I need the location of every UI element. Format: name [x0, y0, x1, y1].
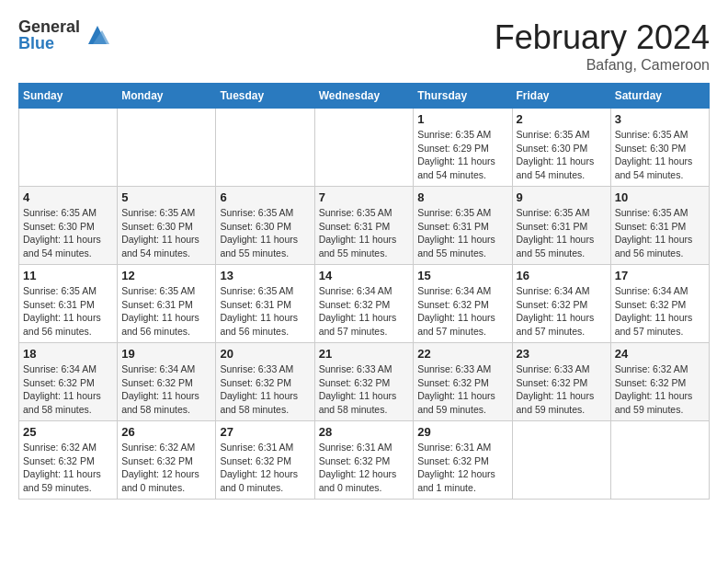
calendar-cell: 23Sunrise: 6:33 AM Sunset: 6:32 PM Dayli… [512, 343, 610, 421]
calendar-cell: 26Sunrise: 6:32 AM Sunset: 6:32 PM Dayli… [118, 421, 216, 500]
day-number: 1 [417, 112, 507, 126]
logo-icon [84, 21, 111, 49]
day-info: Sunrise: 6:35 AM Sunset: 6:31 PM Dayligh… [615, 206, 705, 260]
day-info: Sunrise: 6:32 AM Sunset: 6:32 PM Dayligh… [121, 441, 211, 495]
day-info: Sunrise: 6:31 AM Sunset: 6:32 PM Dayligh… [417, 441, 507, 495]
col-header-sunday: Sunday [19, 84, 118, 109]
logo-general-text: General [18, 18, 80, 35]
calendar-cell: 25Sunrise: 6:32 AM Sunset: 6:32 PM Dayli… [19, 421, 118, 500]
day-info: Sunrise: 6:35 AM Sunset: 6:29 PM Dayligh… [417, 128, 507, 182]
calendar-cell: 17Sunrise: 6:34 AM Sunset: 6:32 PM Dayli… [610, 265, 709, 343]
day-number: 3 [615, 112, 705, 126]
day-number: 6 [220, 190, 310, 204]
page-header: General Blue February 2024 Bafang, Camer… [18, 18, 710, 74]
col-header-friday: Friday [512, 84, 610, 109]
day-info: Sunrise: 6:34 AM Sunset: 6:32 PM Dayligh… [517, 284, 607, 339]
day-number: 24 [615, 347, 705, 361]
day-number: 14 [319, 269, 410, 282]
day-number: 8 [417, 190, 507, 204]
day-number: 18 [23, 347, 113, 361]
day-number: 17 [615, 269, 705, 282]
day-number: 9 [517, 190, 607, 204]
day-number: 22 [417, 347, 507, 361]
calendar-cell: 8Sunrise: 6:35 AM Sunset: 6:31 PM Daylig… [414, 187, 512, 265]
day-info: Sunrise: 6:32 AM Sunset: 6:32 PM Dayligh… [23, 441, 113, 495]
day-number: 4 [23, 190, 113, 204]
col-header-tuesday: Tuesday [216, 84, 314, 109]
calendar-cell: 28Sunrise: 6:31 AM Sunset: 6:32 PM Dayli… [314, 421, 414, 500]
calendar-week-row: 1Sunrise: 6:35 AM Sunset: 6:29 PM Daylig… [19, 109, 710, 187]
day-info: Sunrise: 6:35 AM Sunset: 6:31 PM Dayligh… [220, 284, 310, 339]
day-info: Sunrise: 6:31 AM Sunset: 6:32 PM Dayligh… [220, 441, 310, 495]
calendar-cell: 5Sunrise: 6:35 AM Sunset: 6:30 PM Daylig… [118, 187, 216, 265]
calendar-week-row: 18Sunrise: 6:34 AM Sunset: 6:32 PM Dayli… [19, 343, 710, 421]
day-info: Sunrise: 6:34 AM Sunset: 6:32 PM Dayligh… [417, 284, 507, 339]
logo: General Blue [18, 18, 111, 52]
day-info: Sunrise: 6:33 AM Sunset: 6:32 PM Dayligh… [319, 362, 410, 417]
day-number: 7 [319, 190, 410, 204]
calendar-cell: 12Sunrise: 6:35 AM Sunset: 6:31 PM Dayli… [118, 265, 216, 343]
calendar-cell: 21Sunrise: 6:33 AM Sunset: 6:32 PM Dayli… [314, 343, 414, 421]
calendar-cell: 11Sunrise: 6:35 AM Sunset: 6:31 PM Dayli… [19, 265, 118, 343]
calendar-table: SundayMondayTuesdayWednesdayThursdayFrid… [18, 83, 710, 500]
calendar-cell: 19Sunrise: 6:34 AM Sunset: 6:32 PM Dayli… [118, 343, 216, 421]
day-number: 25 [23, 425, 113, 439]
logo-blue-text: Blue [18, 35, 80, 52]
location-subtitle: Bafang, Cameroon [495, 57, 710, 74]
day-info: Sunrise: 6:34 AM Sunset: 6:32 PM Dayligh… [23, 362, 113, 417]
calendar-cell: 3Sunrise: 6:35 AM Sunset: 6:30 PM Daylig… [610, 109, 709, 187]
day-info: Sunrise: 6:35 AM Sunset: 6:31 PM Dayligh… [23, 284, 113, 339]
day-number: 29 [417, 425, 507, 439]
calendar-header-row: SundayMondayTuesdayWednesdayThursdayFrid… [19, 84, 710, 109]
calendar-cell: 10Sunrise: 6:35 AM Sunset: 6:31 PM Dayli… [610, 187, 709, 265]
calendar-cell [314, 109, 414, 187]
calendar-cell: 6Sunrise: 6:35 AM Sunset: 6:30 PM Daylig… [216, 187, 314, 265]
calendar-cell: 7Sunrise: 6:35 AM Sunset: 6:31 PM Daylig… [314, 187, 414, 265]
day-number: 20 [220, 347, 310, 361]
day-info: Sunrise: 6:33 AM Sunset: 6:32 PM Dayligh… [220, 362, 310, 417]
day-number: 26 [121, 425, 211, 439]
day-info: Sunrise: 6:32 AM Sunset: 6:32 PM Dayligh… [615, 362, 705, 417]
day-info: Sunrise: 6:35 AM Sunset: 6:31 PM Dayligh… [319, 206, 410, 260]
day-number: 23 [517, 347, 607, 361]
day-info: Sunrise: 6:34 AM Sunset: 6:32 PM Dayligh… [615, 284, 705, 339]
day-number: 13 [220, 269, 310, 282]
calendar-cell: 22Sunrise: 6:33 AM Sunset: 6:32 PM Dayli… [414, 343, 512, 421]
day-info: Sunrise: 6:35 AM Sunset: 6:31 PM Dayligh… [417, 206, 507, 260]
day-number: 11 [23, 269, 113, 282]
day-number: 12 [121, 269, 211, 282]
calendar-cell: 13Sunrise: 6:35 AM Sunset: 6:31 PM Dayli… [216, 265, 314, 343]
day-info: Sunrise: 6:33 AM Sunset: 6:32 PM Dayligh… [417, 362, 507, 417]
day-number: 27 [220, 425, 310, 439]
day-info: Sunrise: 6:34 AM Sunset: 6:32 PM Dayligh… [319, 284, 410, 339]
day-number: 15 [417, 269, 507, 282]
day-number: 5 [121, 190, 211, 204]
day-info: Sunrise: 6:34 AM Sunset: 6:32 PM Dayligh… [121, 362, 211, 417]
calendar-cell [19, 109, 118, 187]
day-info: Sunrise: 6:35 AM Sunset: 6:30 PM Dayligh… [121, 206, 211, 260]
day-number: 21 [319, 347, 410, 361]
calendar-cell: 24Sunrise: 6:32 AM Sunset: 6:32 PM Dayli… [610, 343, 709, 421]
calendar-cell [216, 109, 314, 187]
day-info: Sunrise: 6:35 AM Sunset: 6:30 PM Dayligh… [23, 206, 113, 260]
calendar-cell: 27Sunrise: 6:31 AM Sunset: 6:32 PM Dayli… [216, 421, 314, 500]
calendar-week-row: 4Sunrise: 6:35 AM Sunset: 6:30 PM Daylig… [19, 187, 710, 265]
calendar-cell [118, 109, 216, 187]
calendar-cell: 16Sunrise: 6:34 AM Sunset: 6:32 PM Dayli… [512, 265, 610, 343]
col-header-thursday: Thursday [414, 84, 512, 109]
calendar-week-row: 11Sunrise: 6:35 AM Sunset: 6:31 PM Dayli… [19, 265, 710, 343]
calendar-cell: 2Sunrise: 6:35 AM Sunset: 6:30 PM Daylig… [512, 109, 610, 187]
col-header-saturday: Saturday [610, 84, 709, 109]
day-info: Sunrise: 6:35 AM Sunset: 6:30 PM Dayligh… [220, 206, 310, 260]
col-header-monday: Monday [118, 84, 216, 109]
calendar-cell [610, 421, 709, 500]
calendar-week-row: 25Sunrise: 6:32 AM Sunset: 6:32 PM Dayli… [19, 421, 710, 500]
day-number: 19 [121, 347, 211, 361]
day-info: Sunrise: 6:35 AM Sunset: 6:31 PM Dayligh… [517, 206, 607, 260]
day-info: Sunrise: 6:35 AM Sunset: 6:31 PM Dayligh… [121, 284, 211, 339]
title-section: February 2024 Bafang, Cameroon [495, 18, 710, 74]
calendar-cell: 4Sunrise: 6:35 AM Sunset: 6:30 PM Daylig… [19, 187, 118, 265]
day-number: 10 [615, 190, 705, 204]
col-header-wednesday: Wednesday [314, 84, 414, 109]
day-number: 2 [517, 112, 607, 126]
